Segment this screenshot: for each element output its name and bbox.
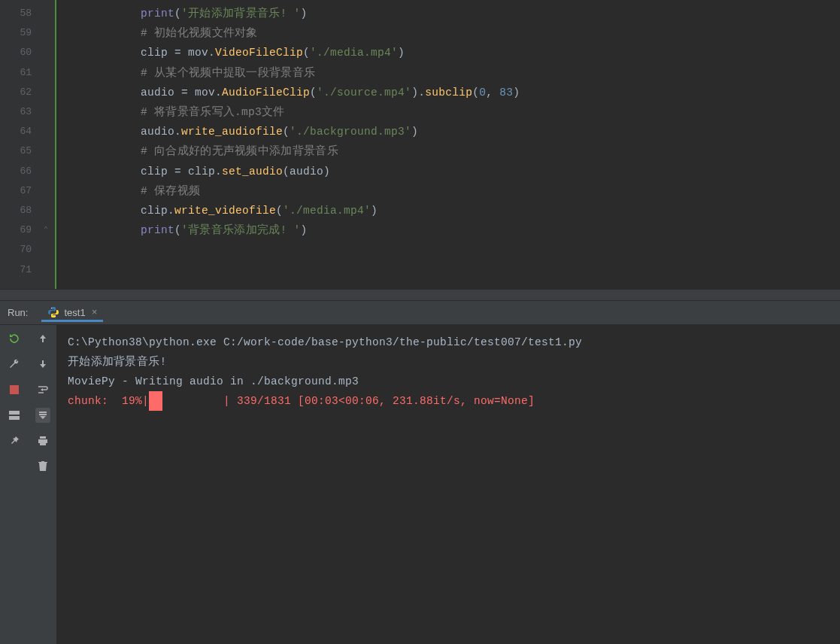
editor-pane: 5859606162636465666768697071 ⌃ print('开始…: [0, 0, 840, 289]
code-area[interactable]: print('开始添加背景音乐! ') # 初始化视频文件对象 clip = m…: [56, 0, 520, 289]
svg-rect-3: [9, 411, 20, 415]
run-left-toolbar: [0, 325, 29, 644]
up-arrow-icon[interactable]: [35, 331, 50, 346]
pin-icon[interactable]: [7, 433, 22, 448]
code-line[interactable]: # 将背景音乐写入.mp3文件: [86, 102, 520, 122]
svg-point-1: [55, 316, 56, 317]
console-line: chunk: 19%|█ | 339/1831 [00:03<00:06, 23…: [68, 391, 582, 411]
down-arrow-icon[interactable]: [35, 357, 50, 372]
line-number: 70: [0, 240, 47, 260]
code-line[interactable]: print('背景音乐添加完成! '): [86, 220, 520, 240]
run-tab-label: test1: [64, 307, 85, 318]
line-number: 67: [0, 181, 47, 201]
soft-wrap-icon[interactable]: [35, 382, 50, 397]
code-line[interactable]: print('开始添加背景音乐! '): [86, 4, 520, 23]
run-tab-test1[interactable]: test1 ×: [41, 303, 103, 322]
line-number: 59: [0, 23, 47, 43]
code-line[interactable]: # 向合成好的无声视频中添加背景音乐: [86, 141, 520, 161]
code-line[interactable]: clip = mov.VideoFileClip('./media.mp4'): [86, 43, 520, 62]
line-number: 63: [0, 102, 47, 122]
stop-icon[interactable]: [7, 382, 22, 397]
line-number: 66: [0, 162, 47, 181]
scroll-to-end-icon[interactable]: [35, 408, 50, 423]
code-line[interactable]: [86, 260, 520, 280]
line-number-gutter: 5859606162636465666768697071: [0, 0, 47, 289]
line-number: 68: [0, 201, 47, 220]
code-line[interactable]: [86, 240, 520, 260]
line-number: 58: [0, 4, 47, 23]
line-number: 64: [0, 122, 47, 141]
line-number: 62: [0, 83, 47, 102]
code-line[interactable]: audio = mov.AudioFileClip('./source.mp4'…: [86, 83, 520, 102]
line-number: 65: [0, 141, 47, 161]
svg-point-0: [51, 308, 52, 308]
python-file-icon: [47, 306, 59, 318]
code-line[interactable]: clip.write_videofile('./media.mp4'): [86, 201, 520, 220]
fold-column: ⌃: [47, 0, 56, 289]
run-second-toolbar: [29, 325, 57, 644]
svg-rect-2: [10, 385, 19, 394]
layout-icon[interactable]: [7, 408, 22, 423]
wrench-icon[interactable]: [7, 357, 22, 372]
rerun-icon[interactable]: [7, 331, 22, 346]
print-icon[interactable]: [35, 433, 50, 448]
line-number: 60: [0, 43, 47, 62]
line-number: 61: [0, 63, 47, 83]
fold-close-icon[interactable]: ⌃: [44, 225, 48, 234]
trash-icon[interactable]: [35, 459, 50, 474]
run-toolwindow-header: Run: test1 ×: [0, 301, 840, 325]
console-output[interactable]: C:\Python38\python.exe C:/work-code/base…: [57, 325, 593, 644]
console-line: 开始添加背景音乐!: [68, 352, 582, 372]
close-tab-icon[interactable]: ×: [92, 307, 98, 318]
code-line[interactable]: # 保存视频: [86, 181, 520, 201]
run-label: Run:: [8, 307, 28, 318]
svg-rect-4: [9, 416, 20, 420]
line-number: 69: [0, 220, 47, 240]
code-line[interactable]: audio.write_audiofile('./background.mp3'…: [86, 122, 520, 141]
code-line[interactable]: # 从某个视频中提取一段背景音乐: [86, 63, 520, 83]
pane-divider[interactable]: [0, 289, 840, 301]
code-line[interactable]: # 初始化视频文件对象: [86, 23, 520, 43]
code-line[interactable]: clip = clip.set_audio(audio): [86, 162, 520, 181]
console-line: C:\Python38\python.exe C:/work-code/base…: [68, 333, 582, 352]
line-number: 71: [0, 260, 47, 280]
console-line: MoviePy - Writing audio in ./background.…: [68, 372, 582, 391]
run-toolwindow-body: C:\Python38\python.exe C:/work-code/base…: [0, 325, 840, 644]
